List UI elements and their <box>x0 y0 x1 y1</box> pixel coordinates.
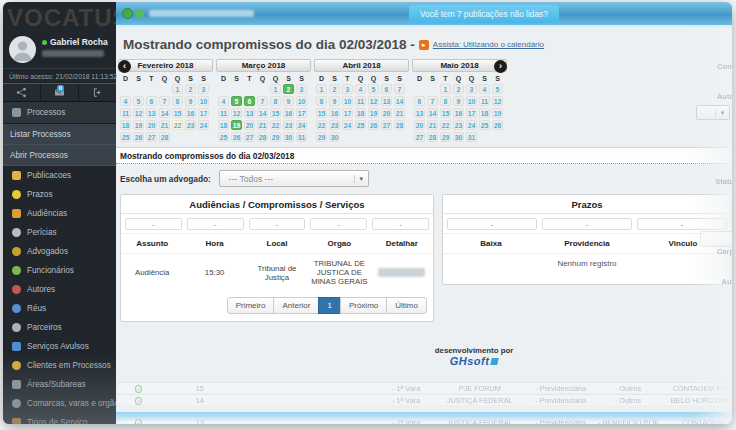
day-cell[interactable]: 4 <box>479 84 490 94</box>
day-cell[interactable]: 8 <box>316 96 327 106</box>
day-cell[interactable]: 12 <box>368 96 379 106</box>
day-cell[interactable]: 23 <box>283 120 294 130</box>
column-filter[interactable]: - <box>249 218 306 230</box>
day-cell[interactable]: 20 <box>414 120 425 130</box>
day-cell[interactable]: 27 <box>244 132 255 142</box>
day-cell[interactable]: 3 <box>466 84 477 94</box>
day-cell[interactable]: 10 <box>342 96 353 106</box>
sidebar-item-pericias[interactable]: Perícias <box>3 223 116 242</box>
day-cell[interactable]: 31 <box>296 132 307 142</box>
day-cell[interactable]: 30 <box>283 132 294 142</box>
day-cell[interactable]: 9 <box>185 96 196 106</box>
day-cell[interactable]: 23 <box>329 120 340 130</box>
sidebar-item-funcionarios[interactable]: Funcionários <box>3 261 116 280</box>
pagination-primeiro[interactable]: Primeiro <box>227 297 275 314</box>
day-cell[interactable]: 26 <box>231 132 242 142</box>
day-cell[interactable]: 15 <box>316 108 327 118</box>
sidebar-item-autores[interactable]: Autores <box>3 280 116 299</box>
day-cell[interactable]: 11 <box>355 96 366 106</box>
video-link[interactable]: Assista: Utilizando o calendário <box>433 40 544 49</box>
day-cell[interactable]: 27 <box>146 132 157 142</box>
day-cell[interactable]: 10 <box>296 96 307 106</box>
sidebar-item-listar-processos[interactable]: Listar Processos <box>3 124 116 145</box>
day-cell[interactable]: 20 <box>146 120 157 130</box>
day-cell[interactable]: 14 <box>257 108 268 118</box>
day-cell[interactable]: 8 <box>270 96 281 106</box>
day-cell[interactable]: 18 <box>120 120 131 130</box>
day-cell[interactable]: 4 <box>355 84 366 94</box>
day-cell[interactable]: 17 <box>466 108 477 118</box>
sidebar-item-comarcas-varas-e-orgaos[interactable]: Comarcas, varas e orgãos <box>3 394 116 413</box>
day-cell[interactable]: 24 <box>466 120 477 130</box>
day-cell[interactable]: 7 <box>257 96 268 106</box>
day-cell[interactable]: 5 <box>368 84 379 94</box>
day-cell[interactable]: 12 <box>133 108 144 118</box>
day-cell[interactable]: 15 <box>270 108 281 118</box>
day-cell[interactable]: 28 <box>394 120 405 130</box>
day-cell[interactable]: 12 <box>231 108 242 118</box>
day-cell[interactable]: 24 <box>296 120 307 130</box>
day-cell[interactable]: 15 <box>172 108 183 118</box>
day-cell[interactable]: 14 <box>159 108 170 118</box>
day-cell[interactable]: 14 <box>394 96 405 106</box>
day-cell[interactable]: 9 <box>329 96 340 106</box>
day-cell[interactable]: 16 <box>329 108 340 118</box>
pagination-1[interactable]: 1 <box>318 297 340 314</box>
column-filter[interactable]: - <box>542 218 632 230</box>
day-cell[interactable]: 31 <box>466 132 477 142</box>
sidebar-item-clientes-em-processos[interactable]: Clientes em Processos <box>3 356 116 375</box>
column-filter[interactable]: - <box>125 218 182 230</box>
cell-detalhar[interactable] <box>371 253 433 291</box>
day-cell[interactable]: 21 <box>427 120 438 130</box>
day-cell[interactable]: 13 <box>146 108 157 118</box>
day-cell[interactable]: 22 <box>270 120 281 130</box>
day-cell[interactable]: 10 <box>198 96 209 106</box>
day-cell[interactable]: 1 <box>172 84 183 94</box>
day-cell[interactable]: 17 <box>342 108 353 118</box>
day-cell[interactable]: 2 <box>453 84 464 94</box>
day-cell[interactable]: 16 <box>453 108 464 118</box>
day-cell[interactable]: 15 <box>440 108 451 118</box>
day-cell[interactable]: 11 <box>218 108 229 118</box>
day-cell[interactable]: 12 <box>492 96 503 106</box>
pagination-ultimo[interactable]: Último <box>386 297 427 314</box>
day-cell[interactable]: 8 <box>440 96 451 106</box>
day-cell[interactable]: 21 <box>159 120 170 130</box>
day-cell[interactable]: 16 <box>185 108 196 118</box>
day-cell[interactable]: 6 <box>244 96 255 106</box>
day-cell[interactable]: 25 <box>479 120 490 130</box>
day-cell[interactable]: 26 <box>492 120 503 130</box>
day-cell[interactable]: 22 <box>172 120 183 130</box>
lawyer-select[interactable]: --- Todos --- ▾ <box>219 170 369 187</box>
column-filter[interactable]: - <box>187 218 244 230</box>
day-cell[interactable]: 5 <box>133 96 144 106</box>
day-cell[interactable]: 29 <box>316 132 327 142</box>
pagination-proximo[interactable]: Próximo <box>340 297 387 314</box>
day-cell[interactable]: 24 <box>342 120 353 130</box>
day-cell[interactable]: 7 <box>159 96 170 106</box>
sidebar-item-tipos-de-servico[interactable]: Tipos de Serviço <box>3 413 116 424</box>
day-cell[interactable]: 13 <box>381 96 392 106</box>
day-cell[interactable]: 19 <box>368 108 379 118</box>
day-cell[interactable]: 4 <box>120 96 131 106</box>
calendar-prev-button[interactable]: ‹ <box>118 60 131 73</box>
pagination-anterior[interactable]: Anterior <box>273 297 319 314</box>
sidebar-item-areas-subareas[interactable]: Áreas/Subareas <box>3 375 116 394</box>
day-cell[interactable]: 16 <box>283 108 294 118</box>
sidebar-item-publicacoes[interactable]: Publicacoes <box>3 166 116 185</box>
sign-out-icon[interactable] <box>79 84 116 101</box>
day-cell[interactable]: 20 <box>244 120 255 130</box>
day-cell[interactable]: 17 <box>296 108 307 118</box>
day-cell[interactable]: 14 <box>427 108 438 118</box>
day-cell[interactable]: 7 <box>394 84 405 94</box>
day-cell[interactable]: 22 <box>440 120 451 130</box>
day-cell[interactable]: 22 <box>316 120 327 130</box>
share-icon[interactable] <box>3 84 41 101</box>
day-cell[interactable]: 19 <box>133 120 144 130</box>
day-cell[interactable]: 17 <box>198 108 209 118</box>
publications-notification[interactable]: Você tem 7 publicações não lidas? <box>409 5 559 23</box>
calendar-next-button[interactable]: › <box>494 60 507 73</box>
day-cell[interactable]: 23 <box>185 120 196 130</box>
day-cell[interactable]: 18 <box>218 120 229 130</box>
sidebar-item-servicos-avulsos[interactable]: Serviços Avulsos <box>3 337 116 356</box>
